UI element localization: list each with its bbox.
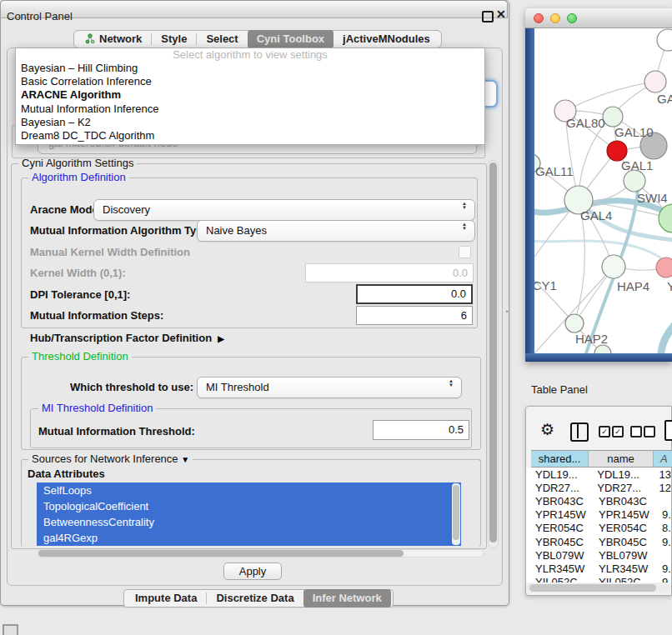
attribute-list-scrollbar-thumb[interactable] [453, 485, 459, 540]
network-view-window[interactable]: GAL GAL80 GAL10 GAL1 GAL11 SWI4 GAL4 GCY… [525, 8, 672, 362]
control-panel-tabbar: Network Style Select Cyni Toolbox jActiv… [73, 30, 442, 48]
node-label: GAL4 [580, 208, 612, 222]
table-row[interactable]: YBL079WYBL079W [526, 548, 671, 562]
node-label: GCY1 [534, 278, 557, 292]
mi-algorithm-type-label: Mutual Information Algorithm Type: [30, 224, 213, 238]
attribute-item-selected[interactable]: TopologicalCoefficient [37, 498, 461, 514]
node-label: GAL11 [535, 164, 574, 178]
node-label: GAL [657, 92, 672, 106]
node-label: HAP2 [575, 332, 608, 346]
mi-threshold-group-title: MI Threshold Definition [38, 402, 156, 414]
network-window-frame [525, 28, 534, 362]
select-all-checkbox-icon[interactable]: ✓ [612, 426, 624, 438]
dropdown-item-highlighted[interactable]: ARACNE Algorithm [16, 88, 484, 102]
control-panel-titlebar[interactable] [0, 0, 508, 18]
hub-factor-expander[interactable]: Hub/Transcription Factor Definition ▶ [30, 332, 224, 346]
bottom-tabbar: Impute Data Discretize Data Infer Networ… [123, 589, 394, 608]
minimize-traffic-light[interactable] [550, 13, 560, 23]
mi-steps-field[interactable]: 6 [356, 306, 473, 325]
tab-select[interactable]: Select [197, 32, 247, 47]
attribute-item-selected[interactable]: gal4RGexp [37, 530, 461, 546]
gear-icon[interactable]: ⚙ [540, 421, 554, 439]
network-icon [85, 33, 95, 44]
tab-network[interactable]: Network [76, 32, 151, 47]
combo-arrows-icon: ▲▼ [449, 379, 454, 388]
dpi-tolerance-field[interactable]: 0.0 [356, 284, 473, 304]
table-row[interactable]: YIL052CYIL052C9 [526, 576, 671, 583]
column-visibility-icon [577, 422, 579, 438]
tab-style[interactable]: Style [152, 32, 196, 47]
table-horizontal-scrollbar-thumb[interactable] [529, 584, 656, 592]
kernel-width-label: Kernel Width (0,1): [30, 267, 126, 280]
settings-vertical-scrollbar-thumb[interactable] [489, 162, 497, 542]
tab-jactivemnodules[interactable]: jActiveMNodules [333, 32, 439, 47]
node-label: HAP4 [617, 279, 649, 293]
attribute-item-selected[interactable]: SelfLoops [37, 482, 461, 498]
column-header-name[interactable]: name [589, 450, 654, 468]
close-traffic-light[interactable] [534, 13, 544, 23]
mi-algorithm-type-combo[interactable]: Naive Bayes ▲▼ [197, 220, 475, 242]
dropdown-item[interactable]: Basic Correlation Inference [16, 75, 484, 88]
deselect-all-checkbox-icon[interactable] [644, 426, 655, 438]
network-window-frame [525, 353, 672, 362]
expander-expanded-icon[interactable]: ▼ [181, 455, 189, 464]
tab-cyni-toolbox[interactable]: Cyni Toolbox [248, 30, 333, 48]
apply-button[interactable]: Apply [223, 562, 282, 580]
which-threshold-combo[interactable]: MI Threshold ▲▼ [197, 377, 462, 398]
threshold-definition-title: Threshold Definition [28, 351, 132, 362]
deselect-all-checkbox-icon[interactable] [630, 426, 642, 438]
table-row[interactable]: YER054CYER054C8. [526, 522, 671, 535]
settings-horizontal-scrollbar-thumb[interactable] [38, 550, 404, 557]
node-label: Y [667, 279, 672, 293]
table-row[interactable]: YLR345WYLR345W9. [526, 562, 671, 575]
mi-threshold-field[interactable]: 0.5 [373, 420, 469, 440]
column-header-shared-name[interactable]: shared... [531, 450, 589, 468]
aracne-mode-label: Aracne Mode: [30, 203, 102, 217]
algorithm-dropdown-popup: Select algorithm to view settings Bayesi… [15, 48, 485, 145]
network-canvas[interactable]: GAL GAL80 GAL10 GAL1 GAL11 SWI4 GAL4 GCY… [534, 28, 672, 353]
data-attributes-label: Data Attributes [28, 468, 105, 481]
network-window-titlebar[interactable] [525, 8, 672, 28]
cyni-algorithm-settings-title: Cyni Algorithm Settings [18, 158, 137, 169]
panel-divider-handle[interactable]: ‣ [505, 309, 509, 315]
dpi-tolerance-label: DPI Tolerance [0,1]: [30, 288, 130, 302]
column-visibility-icon[interactable] [570, 422, 589, 442]
dropdown-item[interactable]: Bayesian – K2 [16, 116, 484, 129]
combo-arrows-icon: ▲▼ [462, 202, 467, 210]
dropdown-item[interactable]: Dream8 DC_TDC Algorithm [16, 129, 484, 142]
select-all-checkbox-icon[interactable]: ✓ [599, 426, 610, 438]
node-label: GAL1 [621, 158, 653, 172]
table-row[interactable]: YDR27...YDR27...12 [526, 481, 671, 494]
column-header-clipped[interactable]: A [654, 450, 672, 468]
dropdown-item[interactable]: Bayesian – Hill Climbing [16, 62, 484, 75]
dropdown-item[interactable]: Mutual Information Inference [16, 102, 484, 116]
kernel-width-field[interactable]: 0.0 [305, 263, 474, 282]
mi-steps-label: Mutual Information Steps: [30, 309, 163, 322]
node-label: GAL80 [566, 116, 605, 130]
expander-collapsed-icon[interactable]: ▶ [218, 334, 224, 343]
sources-group-title[interactable]: Sources for Network Inference ▼ [28, 453, 193, 466]
combo-arrows-icon: ▲▼ [462, 222, 467, 231]
screen: Control Panel ✕ Network Style Select Cyn… [0, 0, 672, 635]
manual-kernel-width-label: Manual Kernel Width Definition [30, 246, 190, 259]
export-table-icon[interactable] [664, 420, 672, 441]
zoom-traffic-light[interactable] [567, 13, 577, 23]
mi-threshold-label: Mutual Information Threshold: [38, 425, 195, 438]
data-attributes-list: SelfLoops TopologicalCoefficient Between… [37, 482, 461, 546]
manual-kernel-width-checkbox[interactable] [459, 246, 471, 258]
tab-discretize-data[interactable]: Discretize Data [207, 591, 303, 606]
algorithm-definition-title: Algorithm Definition [28, 172, 129, 183]
table-row[interactable]: YBR045CYBR045C9. [526, 535, 671, 548]
tab-infer-network[interactable]: Infer Network [303, 589, 391, 608]
tab-network-label: Network [99, 32, 142, 45]
attribute-item-selected[interactable]: BetweennessCentrality [37, 514, 461, 530]
which-threshold-label: Which threshold to use: [70, 381, 193, 394]
table-row[interactable]: YBR043CYBR043C [526, 494, 671, 508]
collapsed-panel-icon[interactable] [3, 624, 18, 635]
table-row[interactable]: YPR145WYPR145W9. [526, 508, 671, 522]
tab-impute-data[interactable]: Impute Data [126, 591, 206, 606]
table-row[interactable]: YDL19...YDL19...13 [526, 468, 671, 481]
float-window-icon[interactable] [482, 11, 494, 22]
close-icon[interactable]: ✕ [496, 8, 506, 21]
aracne-mode-combo[interactable]: Discovery ▲▼ [93, 199, 475, 221]
